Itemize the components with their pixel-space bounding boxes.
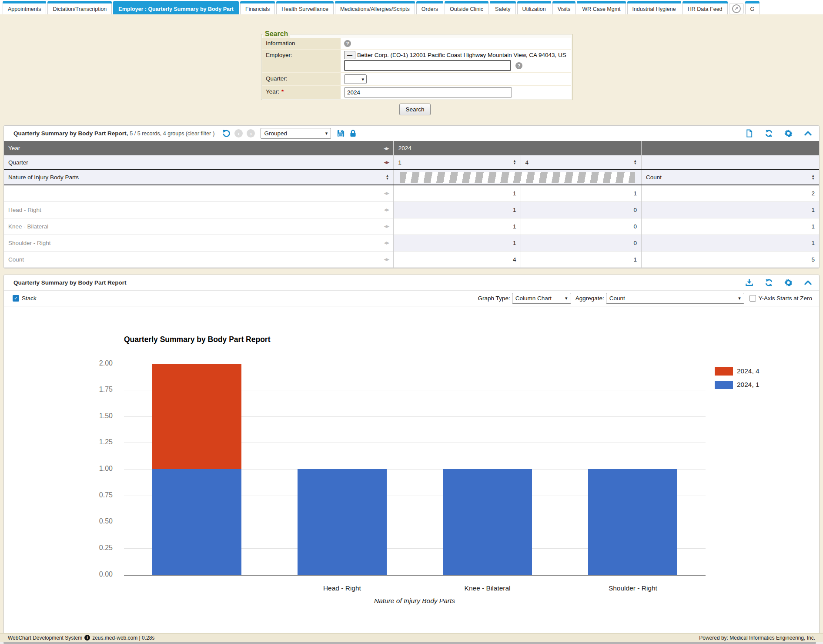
y-tick-label: 1.25 xyxy=(80,438,113,446)
chevron-down-icon: ▾ xyxy=(565,295,568,301)
column-resize-icon[interactable]: ◀▶ xyxy=(384,224,389,228)
undo-icon[interactable] xyxy=(222,129,231,138)
required-indicator: * xyxy=(281,88,284,95)
employer-row: Employer: — Better Corp. (EO-1) 12001 Pa… xyxy=(262,50,571,73)
legend-label: 2024, 4 xyxy=(737,367,759,375)
x-category-label: Shoulder - Right xyxy=(563,584,703,592)
help-icon[interactable]: ? xyxy=(344,40,351,47)
tab-visits[interactable]: Visits xyxy=(552,1,576,14)
info-icon[interactable]: i xyxy=(84,635,90,641)
gear-icon[interactable] xyxy=(784,278,793,287)
information-label: Information xyxy=(262,38,341,49)
sort-icon[interactable]: ▲▼ xyxy=(386,174,389,180)
stack-label: Stack xyxy=(22,295,37,302)
gear-icon[interactable] xyxy=(784,129,793,138)
save-icon[interactable] xyxy=(337,129,345,138)
employer-search-input[interactable] xyxy=(344,60,511,71)
tab-appointments[interactable]: Appointments xyxy=(3,1,46,14)
table-row: Knee - Bilateral◀▶ 1 0 1 xyxy=(4,218,819,235)
column-resize-icon[interactable]: ◀▶ xyxy=(384,208,389,212)
tab-medications-allergies-scripts[interactable]: Medications/Allergies/Scripts xyxy=(335,1,415,14)
tab-outside-clinic[interactable]: Outside Clinic xyxy=(445,1,488,14)
report-table-panel: Quarterly Summary by Body Part Report, 5… xyxy=(3,125,820,268)
chart-toolbar: ✓ Stack Graph Type: Column Chart ▾ Aggre… xyxy=(4,290,819,306)
chevron-down-icon: ▾ xyxy=(325,131,328,136)
y-tick-label: 0.00 xyxy=(80,570,113,578)
x-axis-line xyxy=(124,575,706,576)
scrollbar-thumb[interactable] xyxy=(3,642,816,644)
clear-filter-link[interactable]: clear filter xyxy=(187,131,211,137)
external-link-icon: ↗ xyxy=(732,4,741,13)
year-group-label: Year xyxy=(8,145,20,151)
column-resize-icon[interactable]: ◀▶ xyxy=(384,257,389,262)
quarter-group-label: Quarter xyxy=(8,159,28,166)
column-resize-icon[interactable]: ◀▶ xyxy=(384,146,389,151)
graph-type-label: Graph Type: xyxy=(478,295,510,302)
table-row-column-headers: Nature of Injury Body Parts▲▼ Count▲▼ xyxy=(4,170,819,185)
tab-health-surveillance[interactable]: Health Surveillance xyxy=(276,1,334,14)
collapse-employer-button[interactable]: — xyxy=(344,51,355,59)
tab-popout-button[interactable]: ↗ xyxy=(729,3,744,14)
chart-x-axis-title: Nature of Injury Body Parts xyxy=(284,597,545,605)
y-axis-zero-label: Y-Axis Starts at Zero xyxy=(759,295,812,302)
quarter-row: Quarter: ▾ xyxy=(262,73,571,86)
powered-by: Powered by: Medical Informatics Engineer… xyxy=(699,635,815,641)
tab-dictation-transcription[interactable]: Dictation/Transcription xyxy=(47,1,112,14)
refresh-icon[interactable] xyxy=(765,129,773,138)
collapse-panel-icon[interactable] xyxy=(804,278,812,287)
legend-entry: 2024, 1 xyxy=(715,381,759,389)
graph-type-select[interactable]: Column Chart ▾ xyxy=(512,293,571,304)
bar-segment xyxy=(298,469,387,575)
column-resize-icon[interactable]: ◀▶ xyxy=(384,191,389,195)
footer: WebChart Development System i zeus.med-w… xyxy=(0,633,823,642)
year-input[interactable] xyxy=(344,87,512,97)
year-group-value: 2024 xyxy=(398,145,412,151)
chevron-down-icon: ▾ xyxy=(738,295,741,301)
chart-panel: Quarterly Summary by Body Part Report ✓ … xyxy=(3,275,820,634)
sort-icon[interactable]: ▲▼ xyxy=(634,160,637,165)
x-category-label: Knee - Bilateral xyxy=(418,584,557,592)
sort-icon[interactable]: ▲▼ xyxy=(812,174,815,180)
x-category-label: Head - Right xyxy=(272,584,412,592)
tab-orders[interactable]: Orders xyxy=(416,1,443,14)
tab-industrial-hygiene[interactable]: Industrial Hygiene xyxy=(627,1,681,14)
new-document-icon[interactable] xyxy=(745,129,753,138)
prev-page-button[interactable]: ‹ xyxy=(234,129,243,138)
search-button[interactable]: Search xyxy=(399,104,431,115)
aggregate-select[interactable]: Count ▾ xyxy=(606,293,744,304)
tab-utilization[interactable]: Utilization xyxy=(517,1,551,14)
download-icon[interactable] xyxy=(745,278,753,287)
tab-overflow-partial[interactable]: G xyxy=(745,1,760,14)
quarter-select[interactable]: ▾ xyxy=(344,74,367,84)
y-axis-zero-checkbox[interactable] xyxy=(749,295,756,302)
sort-icon[interactable]: ▲▼ xyxy=(513,160,516,165)
tab-safety[interactable]: Safety xyxy=(490,1,515,14)
legend-entry: 2024, 4 xyxy=(715,367,759,376)
chart-title: Quarterly Summary by Body Part Report xyxy=(124,335,270,344)
help-icon[interactable]: ? xyxy=(515,62,522,69)
collapse-panel-icon[interactable] xyxy=(804,129,812,138)
quarter-4-header: 4 xyxy=(525,159,529,166)
refresh-icon[interactable] xyxy=(765,278,773,287)
stack-checkbox[interactable]: ✓ xyxy=(13,295,19,302)
next-page-button[interactable]: › xyxy=(247,129,255,138)
tab-financials[interactable]: Financials xyxy=(240,1,275,14)
column-resize-icon[interactable]: ◀▶ xyxy=(384,241,389,245)
y-tick-label: 1.00 xyxy=(80,465,113,473)
horizontal-scrollbar xyxy=(0,642,823,644)
group-mode-select[interactable]: Grouped ▾ xyxy=(261,128,331,139)
tab-employer-quarterly-summary[interactable]: Employer : Quarterly Summary by Body Par… xyxy=(113,1,239,14)
y-tick-label: 2.00 xyxy=(80,359,113,367)
search-fieldset: Search Information ? Employer: — Better … xyxy=(261,30,572,100)
chart-legend: 2024, 42024, 1 xyxy=(715,367,759,394)
y-tick-label: 1.50 xyxy=(80,412,113,420)
y-tick-label: 1.75 xyxy=(80,386,113,393)
year-label: Year: * xyxy=(262,86,341,99)
tab-wr-case-mgmt[interactable]: WR Case Mgmt xyxy=(577,1,626,14)
tab-hr-data-feed[interactable]: HR Data Feed xyxy=(682,1,728,14)
lock-icon[interactable] xyxy=(349,129,357,138)
column-resize-icon[interactable]: ◀▶ xyxy=(384,160,389,164)
count-column-header: Count xyxy=(646,174,662,181)
hatched-spacer xyxy=(400,172,635,183)
table-row-quarter: Quarter◀▶ 1▲▼ 4▲▼ xyxy=(4,155,819,170)
